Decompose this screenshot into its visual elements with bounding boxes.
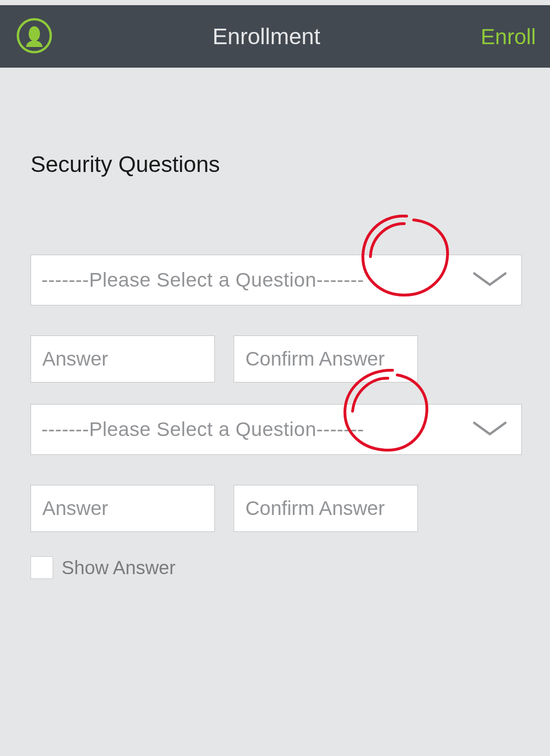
header-bar: Enrollment Enroll bbox=[0, 5, 550, 68]
question-2-placeholder: -------Please Select a Question------- bbox=[41, 418, 471, 441]
show-answer-label: Show Answer bbox=[62, 557, 175, 578]
confirm-answer-1-input[interactable]: Confirm Answer bbox=[234, 335, 418, 382]
chevron-down-icon bbox=[471, 270, 508, 290]
question-2-select[interactable]: -------Please Select a Question------- bbox=[31, 404, 522, 455]
confirm-answer-2-placeholder: Confirm Answer bbox=[245, 497, 385, 520]
profile-icon[interactable] bbox=[16, 18, 52, 55]
confirm-answer-2-input[interactable]: Confirm Answer bbox=[234, 485, 418, 532]
section-heading: Security Questions bbox=[31, 151, 522, 177]
chevron-down-icon bbox=[471, 419, 508, 440]
show-answer-checkbox[interactable] bbox=[31, 556, 53, 579]
question-1-select[interactable]: -------Please Select a Question------- bbox=[31, 255, 522, 305]
answer-2-placeholder: Answer bbox=[42, 497, 108, 520]
answer-1-input[interactable]: Answer bbox=[31, 335, 215, 382]
enroll-button[interactable]: Enroll bbox=[480, 24, 536, 49]
question-1-placeholder: -------Please Select a Question------- bbox=[41, 269, 471, 291]
page-title: Enrollment bbox=[52, 23, 480, 49]
answer-2-input[interactable]: Answer bbox=[31, 485, 215, 532]
answer-1-placeholder: Answer bbox=[42, 348, 108, 370]
confirm-answer-1-placeholder: Confirm Answer bbox=[245, 348, 385, 370]
